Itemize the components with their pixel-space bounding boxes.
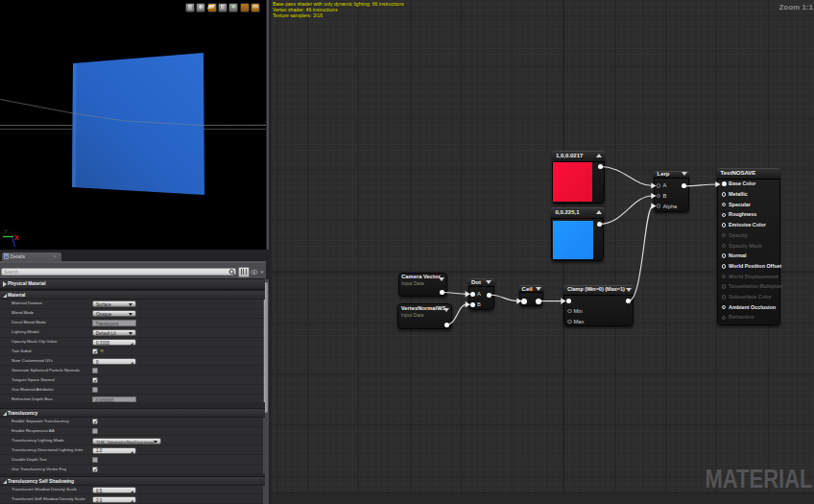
svg-text:Y: Y	[4, 228, 8, 234]
svg-text:X: X	[14, 234, 19, 241]
